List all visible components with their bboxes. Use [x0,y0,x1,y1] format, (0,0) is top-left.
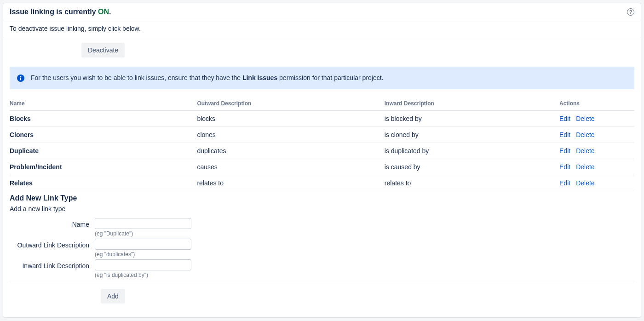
edit-link[interactable]: Edit [559,163,570,171]
th-outward: Outward Description [197,97,384,111]
form-row-name: Name (eg "Duplicate") [10,218,634,237]
panel-header: Issue linking is currently ON. ? [3,3,641,20]
delete-link[interactable]: Delete [576,147,594,155]
table-row: Problem/Incidentcausesis caused byEditDe… [10,159,634,175]
cell-name: Cloners [10,127,197,143]
deactivate-hint: To deactivate issue linking, simply clic… [3,20,641,37]
delete-link[interactable]: Delete [576,115,594,122]
th-name: Name [10,97,197,111]
label-inward: Inward Link Description [10,259,95,269]
cell-name: Blocks [10,111,197,127]
deactivate-row: Deactivate [3,37,641,67]
issue-linking-panel: Issue linking is currently ON. ? To deac… [3,3,641,318]
edit-link[interactable]: Edit [559,131,570,138]
table-row: Duplicateduplicatesis duplicated byEditD… [10,143,634,159]
delete-link[interactable]: Delete [576,163,594,171]
add-link-type-title: Add New Link Type [10,194,634,202]
table-row: Relatesrelates torelates toEditDelete [10,175,634,191]
cell-inward: relates to [385,175,559,191]
edit-link[interactable]: Edit [559,147,570,155]
hint-inward: (eg "is duplicated by") [95,272,191,278]
cell-inward: is blocked by [385,111,559,127]
add-button[interactable]: Add [101,289,125,304]
edit-link[interactable]: Edit [559,179,570,187]
svg-point-1 [20,76,21,77]
name-input[interactable] [95,218,191,229]
form-row-outward: Outward Link Description (eg "duplicates… [10,239,634,258]
form-row-inward: Inward Link Description (eg "is duplicat… [10,259,634,278]
banner-before: For the users you wish to be able to lin… [31,74,242,81]
title-prefix: Issue linking is currently [10,8,98,16]
cell-name: Problem/Incident [10,159,197,175]
linking-status: ON [98,8,109,16]
table-header-row: Name Outward Description Inward Descript… [10,97,634,111]
hint-name: (eg "Duplicate") [95,230,191,237]
cell-name: Duplicate [10,143,197,159]
cell-actions: EditDelete [559,159,634,175]
banner-text: For the users you wish to be able to lin… [31,74,384,81]
cell-outward: causes [197,159,384,175]
th-inward: Inward Description [385,97,559,111]
cell-actions: EditDelete [559,127,634,143]
cell-inward: is caused by [385,159,559,175]
hint-outward: (eg "duplicates") [95,251,191,258]
label-name: Name [10,218,95,228]
th-actions: Actions [559,97,634,111]
cell-inward: is duplicated by [385,143,559,159]
delete-link[interactable]: Delete [576,179,594,187]
delete-link[interactable]: Delete [576,131,594,138]
page-title: Issue linking is currently ON. [10,8,111,16]
cell-outward: relates to [197,175,384,191]
link-types-table: Name Outward Description Inward Descript… [10,97,634,191]
add-button-row: Add [10,283,634,304]
add-link-type-subtitle: Add a new link type [10,205,634,212]
outward-input[interactable] [95,239,191,250]
table-row: Clonersclonesis cloned byEditDelete [10,127,634,143]
label-outward: Outward Link Description [10,239,95,249]
svg-rect-2 [20,78,21,80]
cell-actions: EditDelete [559,175,634,191]
help-icon[interactable]: ? [627,8,634,16]
table-row: Blocksblocksis blocked byEditDelete [10,111,634,127]
banner-permission: Link Issues [242,74,277,81]
cell-actions: EditDelete [559,143,634,159]
permission-banner: For the users you wish to be able to lin… [10,67,634,89]
deactivate-button[interactable]: Deactivate [81,43,125,57]
cell-outward: duplicates [197,143,384,159]
cell-name: Relates [10,175,197,191]
inward-input[interactable] [95,259,191,270]
cell-outward: clones [197,127,384,143]
cell-outward: blocks [197,111,384,127]
edit-link[interactable]: Edit [559,115,570,122]
info-icon [17,75,24,82]
cell-inward: is cloned by [385,127,559,143]
cell-actions: EditDelete [559,111,634,127]
banner-after: permission for that particular project. [277,74,383,81]
title-suffix: . [109,8,111,16]
